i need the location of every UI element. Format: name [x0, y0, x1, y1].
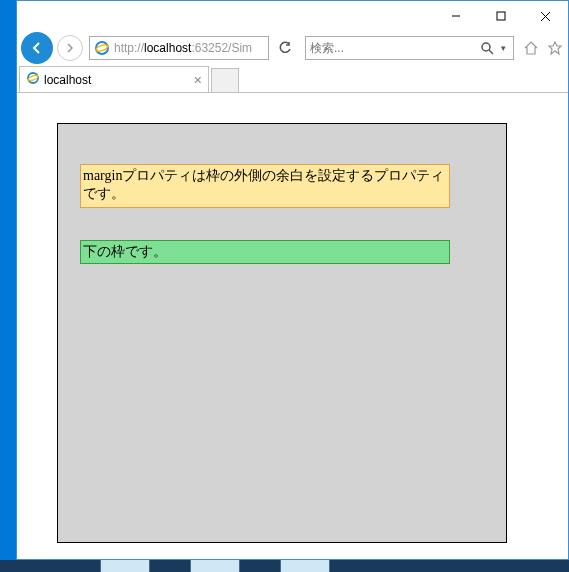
toolbar: http://localhost:63252/Sim ▾ — [17, 31, 568, 65]
taskbar-item[interactable] — [280, 560, 330, 572]
titlebar — [17, 1, 568, 31]
svg-line-7 — [489, 50, 493, 54]
browser-window: http://localhost:63252/Sim ▾ localhost ×… — [16, 0, 569, 560]
home-icon[interactable] — [522, 39, 540, 57]
minimize-button[interactable] — [433, 2, 478, 31]
margin-description-box: marginプロパティは枠の外側の余白を設定するプロパティです。 — [80, 164, 450, 208]
favorites-icon[interactable] — [546, 39, 564, 57]
search-box[interactable]: ▾ — [305, 36, 514, 60]
new-tab-button[interactable] — [211, 68, 239, 92]
tab-bar: localhost × — [17, 65, 568, 93]
close-button[interactable] — [523, 2, 568, 31]
back-button[interactable] — [21, 32, 53, 64]
taskbar — [0, 560, 569, 572]
search-button[interactable] — [477, 42, 497, 55]
svg-rect-1 — [497, 12, 505, 20]
maximize-button[interactable] — [478, 2, 523, 31]
forward-button[interactable] — [57, 35, 83, 61]
toolbar-icons — [522, 39, 564, 57]
address-bar[interactable]: http://localhost:63252/Sim — [89, 36, 269, 60]
tab-close-button[interactable]: × — [194, 72, 202, 88]
ie-icon — [94, 40, 110, 56]
tab-title: localhost — [44, 73, 91, 87]
address-text: http://localhost:63252/Sim — [114, 41, 252, 55]
outer-box: marginプロパティは枠の外側の余白を設定するプロパティです。 下の枠です。 — [57, 123, 507, 543]
page-content: marginプロパティは枠の外側の余白を設定するプロパティです。 下の枠です。 — [17, 93, 568, 572]
search-dropdown[interactable]: ▾ — [497, 43, 509, 53]
lower-box: 下の枠です。 — [80, 240, 450, 264]
refresh-button[interactable] — [273, 36, 297, 60]
tab-active[interactable]: localhost × — [19, 66, 209, 92]
svg-point-6 — [482, 43, 490, 51]
taskbar-item[interactable] — [100, 560, 150, 572]
search-input[interactable] — [310, 41, 477, 55]
taskbar-item[interactable] — [190, 560, 240, 572]
ie-icon — [26, 71, 40, 88]
